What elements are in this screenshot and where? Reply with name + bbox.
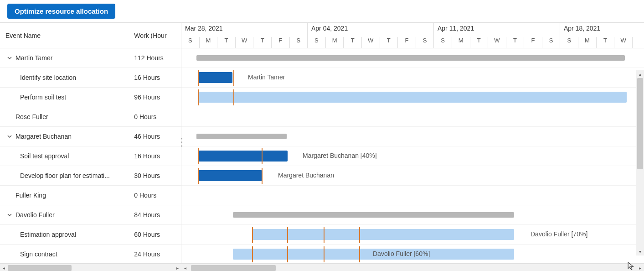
timeline-day[interactable]: M xyxy=(452,37,470,48)
column-header-name[interactable]: Event Name xyxy=(0,32,134,39)
chart-row xyxy=(181,186,644,205)
timeline-day[interactable]: F xyxy=(398,37,416,48)
date-marker xyxy=(287,246,288,262)
timeline-day[interactable]: T xyxy=(470,37,489,48)
table-row[interactable]: Sign contract24 Hours xyxy=(0,245,181,263)
table-row[interactable]: Rose Fuller0 Hours xyxy=(0,107,181,127)
row-name: Davolio Fuller xyxy=(15,211,55,219)
date-marker xyxy=(198,168,199,184)
date-marker xyxy=(233,70,234,86)
summary-bar[interactable] xyxy=(196,55,625,61)
timeline-day[interactable]: W xyxy=(362,37,380,48)
timeline-header: Mar 28, 2021Apr 04, 2021Apr 11, 2021Apr … xyxy=(181,23,644,48)
chart-horizontal-scrollbar[interactable]: ◂ ▸ xyxy=(181,264,644,271)
chart-row xyxy=(181,88,644,107)
table-row[interactable]: Identify site location16 Hours xyxy=(0,68,181,88)
chevron-down-icon[interactable] xyxy=(5,211,14,219)
grid-pane: Event Name Work (Hour Martin Tamer112 Ho… xyxy=(0,23,181,263)
chart-scroll-thumb[interactable] xyxy=(191,265,276,271)
chevron-down-icon[interactable] xyxy=(5,54,14,62)
summary-bar[interactable] xyxy=(233,212,514,218)
row-work: 0 Hours xyxy=(134,192,181,199)
summary-bar[interactable] xyxy=(196,134,287,139)
scroll-right-icon[interactable]: ▸ xyxy=(636,264,644,271)
table-row[interactable]: Estimation approval60 Hours xyxy=(0,225,181,245)
date-marker xyxy=(287,227,288,243)
chart-pane: Mar 28, 2021Apr 04, 2021Apr 11, 2021Apr … xyxy=(181,23,644,263)
task-label: Margaret Buchanan [40%] xyxy=(303,152,377,159)
timeline-day[interactable]: S xyxy=(434,37,452,48)
row-work: 60 Hours xyxy=(134,231,181,238)
timeline-day[interactable]: T xyxy=(380,37,398,48)
row-work: 16 Hours xyxy=(134,74,181,81)
grid-horizontal-scrollbar[interactable]: ◂ ▸ xyxy=(0,264,181,271)
row-name: Develop floor plan for estimati... xyxy=(20,172,110,179)
chart-row xyxy=(181,205,644,225)
timeline-day[interactable]: T xyxy=(253,37,272,48)
timeline-day[interactable]: M xyxy=(326,37,344,48)
grid-header: Event Name Work (Hour xyxy=(0,23,181,48)
timeline-week[interactable]: Mar 28, 2021 xyxy=(181,23,308,37)
timeline-day[interactable]: S xyxy=(416,37,434,48)
timeline-day[interactable]: M xyxy=(200,37,218,48)
date-marker xyxy=(262,148,263,164)
row-work: 16 Hours xyxy=(134,152,181,160)
task-bar[interactable] xyxy=(198,72,232,83)
table-row[interactable]: Perform soil test96 Hours xyxy=(0,88,181,107)
task-bar[interactable] xyxy=(252,229,514,240)
timeline-day[interactable]: T xyxy=(217,37,236,48)
date-marker xyxy=(252,227,253,243)
row-name: Margaret Buchanan xyxy=(15,133,72,140)
task-bar[interactable] xyxy=(198,92,627,103)
row-name: Soil test approval xyxy=(20,152,69,160)
timeline-day[interactable]: S xyxy=(542,37,561,48)
date-marker xyxy=(359,227,360,243)
timeline-day[interactable]: T xyxy=(344,37,362,48)
timeline-day[interactable]: S xyxy=(181,37,200,48)
timeline-week[interactable]: Apr 18, 2021 xyxy=(560,23,644,37)
optimize-button[interactable]: Optimize resource allocation xyxy=(7,4,115,19)
table-row[interactable]: Soil test approval16 Hours xyxy=(0,146,181,166)
task-label: Margaret Buchanan xyxy=(278,172,334,179)
scroll-down-icon[interactable]: ▾ xyxy=(636,248,644,255)
timeline-day[interactable]: T xyxy=(506,37,525,48)
timeline-week[interactable]: Apr 04, 2021 xyxy=(308,23,434,37)
table-row[interactable]: Martin Tamer112 Hours xyxy=(0,48,181,68)
table-row[interactable]: Fuller King0 Hours xyxy=(0,186,181,205)
timeline-day[interactable]: F xyxy=(272,37,290,48)
date-marker xyxy=(324,227,325,243)
scroll-left-icon[interactable]: ◂ xyxy=(181,264,189,271)
row-name: Sign contract xyxy=(20,250,57,258)
date-marker xyxy=(252,246,253,262)
table-row[interactable]: Davolio Fuller84 Hours xyxy=(0,205,181,225)
column-header-work[interactable]: Work (Hour xyxy=(134,32,181,39)
row-work: 84 Hours xyxy=(134,211,181,219)
vertical-scroll-thumb[interactable] xyxy=(637,78,643,169)
timeline-day[interactable]: S xyxy=(308,37,326,48)
scroll-right-icon[interactable]: ▸ xyxy=(174,264,181,271)
row-name: Identify site location xyxy=(20,74,76,81)
task-bar[interactable] xyxy=(198,151,288,162)
row-work: 96 Hours xyxy=(134,94,181,101)
timeline-day[interactable]: M xyxy=(578,37,597,48)
chart-body[interactable]: Martin TamerMargaret Buchanan [40%]Marga… xyxy=(181,48,644,263)
table-row[interactable]: Margaret Buchanan46 Hours xyxy=(0,127,181,146)
timeline-day[interactable]: W xyxy=(614,37,633,48)
table-row[interactable]: Develop floor plan for estimati...30 Hou… xyxy=(0,166,181,186)
timeline-day[interactable]: W xyxy=(488,37,506,48)
timeline-day[interactable]: T xyxy=(597,37,615,48)
timeline-day[interactable]: S xyxy=(290,37,308,48)
task-bar[interactable] xyxy=(198,170,262,181)
grid-scroll-thumb[interactable] xyxy=(8,265,72,271)
chart-row: Margaret Buchanan [40%] xyxy=(181,146,644,166)
timeline-week[interactable]: Apr 11, 2021 xyxy=(434,23,560,37)
scroll-left-icon[interactable]: ◂ xyxy=(0,264,8,271)
timeline-day[interactable]: W xyxy=(236,37,254,48)
timeline-day[interactable]: S xyxy=(560,37,578,48)
chevron-down-icon[interactable] xyxy=(5,132,14,141)
row-work: 0 Hours xyxy=(134,113,181,120)
scroll-up-icon[interactable]: ▴ xyxy=(636,70,644,78)
date-marker xyxy=(198,70,199,86)
vertical-scrollbar[interactable]: ▴ ▾ xyxy=(636,70,644,255)
timeline-day[interactable]: F xyxy=(524,37,542,48)
